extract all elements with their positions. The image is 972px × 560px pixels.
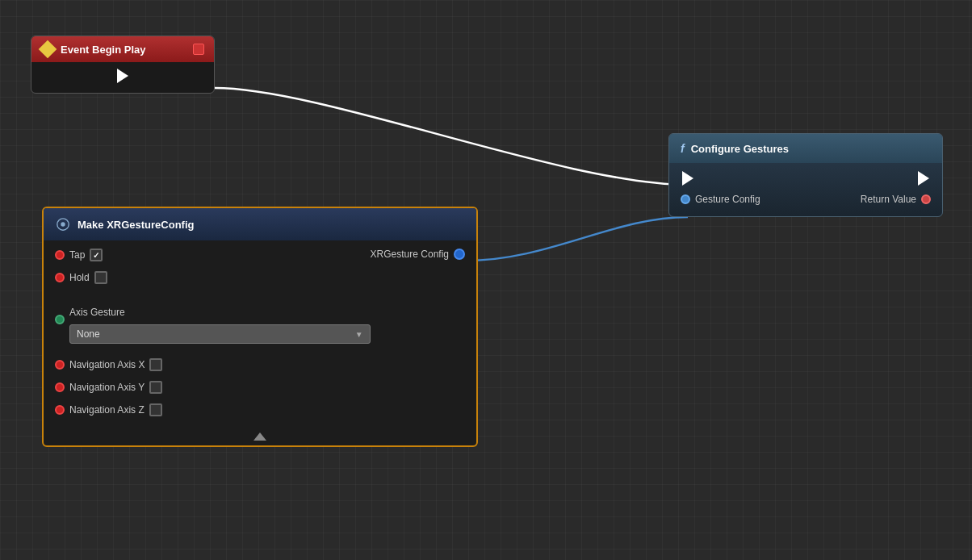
xr-gesture-config-out-label: XRGesture Config: [371, 249, 449, 260]
configure-gestures-title: Configure Gestures: [691, 143, 789, 155]
nav-axis-x-checkbox[interactable]: [149, 358, 162, 371]
axis-gesture-dropdown[interactable]: None ▼: [69, 324, 371, 344]
dropdown-arrow-icon: ▼: [355, 330, 363, 339]
scroll-up-icon[interactable]: [253, 433, 266, 441]
exec-out-row: [861, 171, 931, 186]
nav-axis-z-pin[interactable]: [55, 405, 65, 415]
axis-gesture-pin[interactable]: [55, 315, 65, 324]
configure-gestures-body: Gesture Config Return Value: [669, 163, 942, 216]
make-xrgesture-header: Make XRGestureConfig: [44, 208, 476, 240]
nav-axis-z-row: Navigation Axis Z: [55, 403, 371, 416]
tap-checkbox[interactable]: [90, 249, 103, 261]
gesture-config-row: Gesture Config: [681, 194, 760, 205]
func-icon: f: [681, 142, 685, 155]
tap-pin[interactable]: [55, 250, 65, 260]
return-value-label: Return Value: [861, 194, 916, 205]
make-icon: [55, 216, 71, 232]
make-xrgesture-config-node: Make XRGestureConfig Tap Hold Axis Gestu…: [42, 207, 478, 447]
nav-axis-x-label: Navigation Axis X: [69, 359, 145, 370]
exec-in-row: [681, 171, 760, 186]
nav-axis-y-pin[interactable]: [55, 382, 65, 392]
hold-pin[interactable]: [55, 273, 65, 282]
return-value-pin[interactable]: [921, 194, 931, 204]
event-begin-play-body: [31, 62, 214, 93]
nav-axis-x-row: Navigation Axis X: [55, 358, 371, 371]
gesture-config-pin[interactable]: [681, 194, 690, 204]
configure-gestures-header: f Configure Gestures: [669, 134, 942, 163]
make-xrgesture-title: Make XRGestureConfig: [78, 219, 194, 231]
nav-axis-x-pin[interactable]: [55, 360, 65, 370]
configure-pins-left: Gesture Config: [681, 171, 760, 205]
configure-pins-right: Return Value: [861, 171, 931, 205]
nav-axis-z-checkbox[interactable]: [149, 403, 162, 416]
hold-row: Hold: [55, 271, 371, 284]
exec-out-pin[interactable]: [115, 69, 130, 83]
make-pins-right: XRGesture Config: [371, 249, 465, 260]
event-begin-play-node: Event Begin Play: [31, 36, 215, 94]
configure-gestures-node: f Configure Gestures Gesture Config: [668, 133, 943, 217]
nav-axis-y-checkbox[interactable]: [149, 381, 162, 394]
gesture-config-label: Gesture Config: [695, 194, 760, 205]
exec-out-pin-configure[interactable]: [916, 171, 931, 186]
scroll-section: [44, 428, 476, 445]
event-begin-play-title: Event Begin Play: [61, 44, 145, 56]
exec-in-pin[interactable]: [681, 171, 695, 186]
axis-gesture-label: Axis Gesture: [69, 307, 371, 318]
tap-row: Tap: [55, 249, 371, 261]
svg-point-1: [61, 222, 65, 226]
make-pins-left: Tap Hold Axis Gesture None ▼ N: [55, 249, 371, 416]
xr-gesture-config-out-pin[interactable]: [454, 249, 465, 260]
return-value-row: Return Value: [861, 194, 931, 205]
tap-label: Tap: [69, 249, 85, 261]
xr-gesture-config-out-row: XRGesture Config: [371, 249, 465, 260]
nav-axis-y-row: Navigation Axis Y: [55, 381, 371, 394]
make-xrgesture-body: Tap Hold Axis Gesture None ▼ N: [44, 240, 476, 428]
axis-gesture-value: None: [77, 328, 100, 340]
hold-checkbox[interactable]: [94, 271, 107, 284]
nav-axis-z-label: Navigation Axis Z: [69, 404, 145, 416]
hold-label: Hold: [69, 272, 90, 283]
close-button[interactable]: [193, 44, 204, 55]
event-begin-play-header: Event Begin Play: [31, 36, 214, 62]
event-icon: [39, 40, 57, 59]
axis-gesture-section: Axis Gesture None ▼: [69, 294, 371, 344]
nav-axis-y-label: Navigation Axis Y: [69, 382, 145, 393]
